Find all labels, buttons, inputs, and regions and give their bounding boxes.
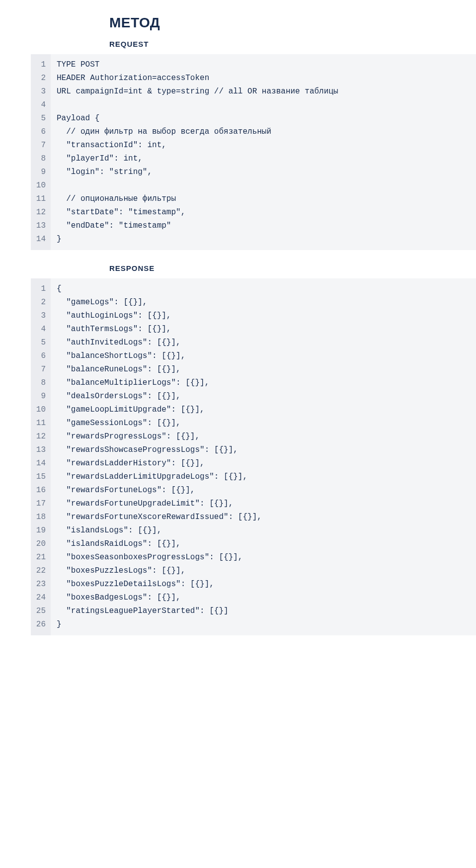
response-code-line: "rewardsShowcaseProgressLogs": [{}],: [57, 443, 476, 457]
line-number: 12: [35, 430, 48, 443]
line-number: 19: [35, 524, 48, 537]
line-number: 2: [35, 72, 48, 85]
request-code-line: "login": "string",: [57, 166, 476, 179]
request-code-line: // опциональные фильтры: [57, 192, 476, 206]
request-code-line: TYPE POST: [57, 58, 476, 72]
line-number: 6: [35, 125, 48, 139]
line-number: 15: [35, 470, 48, 484]
line-number: 14: [35, 233, 48, 246]
line-number: 10: [35, 179, 48, 192]
response-code-line: "authInvitedLogs": [{}],: [57, 336, 476, 349]
request-code-line: [57, 179, 476, 192]
line-number: 17: [35, 497, 48, 511]
response-heading: RESPONSE: [109, 264, 476, 272]
page-title: МЕТОД: [109, 15, 476, 31]
response-code-line: "boxesPuzzlesLogs": [{}],: [57, 564, 476, 578]
response-code-line: "rewardsFortuneXscoreRewardIssued": [{}]…: [57, 511, 476, 524]
line-number: 5: [35, 112, 48, 125]
request-code-panel: 1234567891011121314 TYPE POSTHEADER Auth…: [31, 54, 476, 250]
line-number: 4: [35, 98, 48, 112]
response-code-line: "gameLoopLimitUpgrade": [{}],: [57, 403, 476, 417]
line-number: 24: [35, 591, 48, 605]
request-code-line: HEADER Authorization=accessToken: [57, 72, 476, 85]
line-number: 4: [35, 323, 48, 336]
line-number: 21: [35, 551, 48, 564]
request-code-line: "startDate": "timestamp",: [57, 206, 476, 219]
request-code-line: [57, 98, 476, 112]
line-number: 8: [35, 376, 48, 390]
line-number: 6: [35, 349, 48, 363]
response-code-line: "islandsLogs": [{}],: [57, 524, 476, 537]
line-number: 9: [35, 390, 48, 403]
response-code-line: "balanceRuneLogs": [{}],: [57, 363, 476, 376]
response-code-line: "gameLogs": [{}],: [57, 296, 476, 309]
response-code-panel: 1234567891011121314151617181920212223242…: [31, 278, 476, 635]
line-number: 14: [35, 457, 48, 470]
line-number: 2: [35, 296, 48, 309]
line-number: 11: [35, 417, 48, 430]
line-number: 1: [35, 282, 48, 296]
line-number: 20: [35, 537, 48, 551]
response-code-line: "ratingsLeaguePlayerStarted": [{}]: [57, 605, 476, 618]
request-code-line: "transactionId": int,: [57, 139, 476, 152]
request-heading: REQUEST: [109, 40, 476, 48]
request-gutter: 1234567891011121314: [31, 54, 51, 250]
line-number: 5: [35, 336, 48, 349]
line-number: 11: [35, 192, 48, 206]
request-code: TYPE POSTHEADER Authorization=accessToke…: [51, 54, 476, 250]
line-number: 8: [35, 152, 48, 166]
document-page: МЕТОД REQUEST 1234567891011121314 TYPE P…: [0, 0, 476, 655]
line-number: 12: [35, 206, 48, 219]
response-code-line: "balanceShortLogs": [{}],: [57, 349, 476, 363]
response-code-line: "rewardsLadderHistory": [{}],: [57, 457, 476, 470]
line-number: 7: [35, 139, 48, 152]
response-code-line: "balanceMultiplierLogs": [{}],: [57, 376, 476, 390]
request-code-line: "playerId": int,: [57, 152, 476, 166]
response-code-line: "boxesBadgesLogs": [{}],: [57, 591, 476, 605]
response-code-line: "rewardsLadderLimitUpgradeLogs": [{}],: [57, 470, 476, 484]
line-number: 9: [35, 166, 48, 179]
response-code-line: }: [57, 618, 476, 631]
line-number: 13: [35, 219, 48, 233]
response-code-line: "authTermsLogs": [{}],: [57, 323, 476, 336]
line-number: 23: [35, 578, 48, 591]
response-code-line: "rewardsFortuneUpgradeLimit": [{}],: [57, 497, 476, 511]
line-number: 7: [35, 363, 48, 376]
response-code-line: "rewardsFortuneLogs": [{}],: [57, 484, 476, 497]
line-number: 26: [35, 618, 48, 631]
response-code-line: "rewardsProgressLogs": [{}],: [57, 430, 476, 443]
line-number: 1: [35, 58, 48, 72]
response-code-line: "dealsOrdersLogs": [{}],: [57, 390, 476, 403]
request-code-line: "endDate": "timestamp": [57, 219, 476, 233]
response-code: { "gameLogs": [{}], "authLoginLogs": [{}…: [51, 278, 476, 635]
line-number: 16: [35, 484, 48, 497]
line-number: 18: [35, 511, 48, 524]
request-code-line: URL campaignId=int & type=string // all …: [57, 85, 476, 98]
response-code-line: "boxesPuzzleDetailsLogs": [{}],: [57, 578, 476, 591]
line-number: 25: [35, 605, 48, 618]
request-code-line: Payload {: [57, 112, 476, 125]
request-code-line: // один фильтр на выбор всегда обязатель…: [57, 125, 476, 139]
line-number: 3: [35, 309, 48, 323]
response-code-line: "boxesSeasonboxesProgressLogs": [{}],: [57, 551, 476, 564]
response-gutter: 1234567891011121314151617181920212223242…: [31, 278, 51, 635]
line-number: 22: [35, 564, 48, 578]
request-code-line: }: [57, 233, 476, 246]
line-number: 10: [35, 403, 48, 417]
line-number: 13: [35, 443, 48, 457]
response-code-line: {: [57, 282, 476, 296]
line-number: 3: [35, 85, 48, 98]
response-code-line: "gameSessionLogs": [{}],: [57, 417, 476, 430]
response-code-line: "islandsRaidLogs": [{}],: [57, 537, 476, 551]
response-code-line: "authLoginLogs": [{}],: [57, 309, 476, 323]
